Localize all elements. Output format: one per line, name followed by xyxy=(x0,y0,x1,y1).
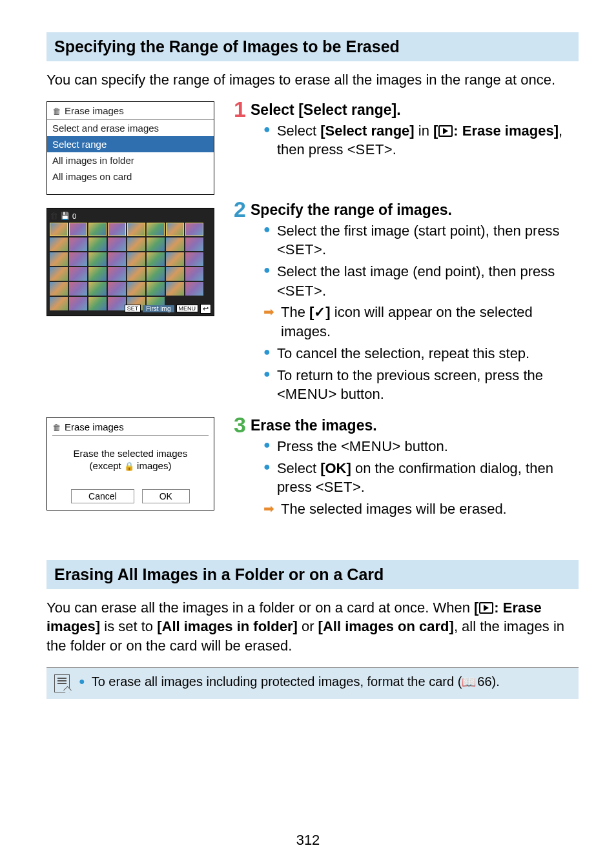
note-icon xyxy=(54,674,70,692)
section-title-range: Specifying the Range of Images to be Era… xyxy=(46,32,579,61)
screenshot-menu: Erase images Select and erase images Sel… xyxy=(46,101,214,195)
bullet-icon: ● xyxy=(263,121,271,159)
step-number-1: 1 xyxy=(234,99,248,162)
step2-bullet4: To cancel the selection, repeat this ste… xyxy=(277,344,575,363)
confirm-title: Erase images xyxy=(65,421,124,432)
step2-bullet5: To return to the previous screen, press … xyxy=(277,366,575,404)
step2-bullet3: The [✓] icon will appear on the selected… xyxy=(281,303,575,341)
bullet-icon: ● xyxy=(263,366,271,404)
note-box: ● To erase all images including protecte… xyxy=(46,667,579,699)
confirm-message: Erase the selected images (except images… xyxy=(52,447,209,472)
play-icon xyxy=(438,125,453,137)
step-number-2: 2 xyxy=(234,199,248,407)
section-title-all: Erasing All Images in a Folder or on a C… xyxy=(46,560,579,589)
cam-menu-item: Select and erase images xyxy=(47,120,214,136)
page-number: 312 xyxy=(0,832,616,849)
cam-menu-header: Erase images xyxy=(47,102,214,120)
intro-text-2: You can erase all the images in a folder… xyxy=(46,598,579,656)
footer-menu-label: MENU xyxy=(176,305,199,312)
cancel-button: Cancel xyxy=(71,489,134,503)
step3-bullet3: The selected images will be erased. xyxy=(281,500,575,519)
cam-menu-title: Erase images xyxy=(65,105,124,116)
screenshot-thumbnails: 0 SET First img MENU xyxy=(46,208,214,316)
trash-icon xyxy=(50,211,58,221)
screenshot-confirm: Erase images Erase the selected images (… xyxy=(46,417,214,510)
arrow-icon: ➡ xyxy=(263,303,274,341)
bullet-icon: ● xyxy=(79,674,85,689)
arrow-icon: ➡ xyxy=(263,500,274,519)
play-icon xyxy=(479,602,493,614)
bullet-icon: ● xyxy=(263,262,271,300)
bullet-icon: ● xyxy=(263,437,271,456)
trash-icon xyxy=(52,421,61,432)
step1-title: Select [Select range]. xyxy=(251,101,575,119)
note-text: To erase all images including protected … xyxy=(92,674,500,689)
cam-menu-item: All images on card xyxy=(47,168,214,185)
step3-bullet2: Select [OK] on the confirmation dialog, … xyxy=(277,459,575,497)
book-icon xyxy=(462,674,477,689)
footer-set-label: SET xyxy=(125,305,141,312)
bullet-icon: ● xyxy=(263,459,271,497)
protect-icon xyxy=(124,460,134,471)
cam-menu-item-selected: Select range xyxy=(47,136,214,152)
step3-title: Erase the images. xyxy=(251,417,575,434)
trash-icon xyxy=(52,105,61,116)
thumb-count: 0 xyxy=(72,212,76,220)
cam-menu-item: All images in folder xyxy=(47,152,214,168)
back-icon xyxy=(200,304,211,314)
footer-first-img: First img xyxy=(143,305,174,312)
bullet-icon: ● xyxy=(263,221,271,259)
step2-bullet2: Select the last image (end point), then … xyxy=(277,262,575,300)
step1-bullet1: Select [Select range] in [: Erase images… xyxy=(277,121,575,159)
thumbnail-grid xyxy=(50,223,211,310)
intro-text-1: You can specify the range of images to e… xyxy=(46,70,579,90)
step-number-3: 3 xyxy=(234,415,248,521)
step2-title: Specify the range of images. xyxy=(251,201,575,219)
step3-bullet1: Press the <MENU> button. xyxy=(277,437,575,456)
bullet-icon: ● xyxy=(263,344,271,363)
step2-bullet1: Select the first image (start point), th… xyxy=(277,221,575,259)
ok-button: OK xyxy=(142,489,190,503)
card-icon xyxy=(61,212,70,220)
